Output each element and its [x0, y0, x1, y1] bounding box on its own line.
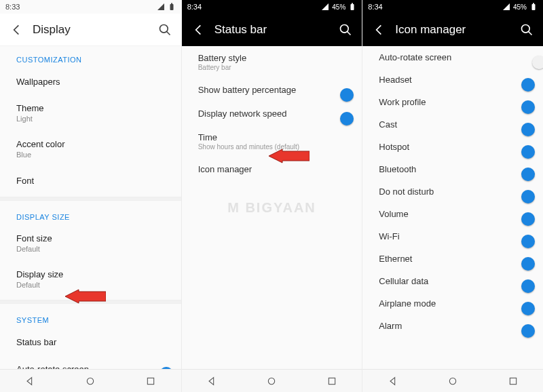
- status-time: 8:34: [368, 3, 382, 11]
- status-bar: 8:34 45%: [182, 0, 362, 14]
- svg-point-3: [88, 378, 94, 384]
- back-button[interactable]: [186, 18, 210, 42]
- row-label: Alarm: [379, 321, 402, 331]
- icon-toggle-row[interactable]: Wi-Fi: [362, 225, 543, 248]
- row-show-battery-pct[interactable]: Show battery percentage: [182, 78, 362, 102]
- row-label: Work profile: [379, 97, 426, 107]
- category-display-size: Display size: [0, 203, 181, 225]
- row-display-network-speed[interactable]: Display network speed: [182, 102, 362, 125]
- nav-back[interactable]: [182, 370, 242, 392]
- icon-toggle-row[interactable]: Auto-rotate screen: [362, 46, 543, 68]
- row-theme[interactable]: ThemeLight: [0, 95, 181, 131]
- svg-rect-9: [329, 378, 335, 384]
- row-label: Headset: [379, 75, 411, 85]
- row-label: Auto-rotate screen: [379, 52, 451, 62]
- row-label: Bluetooth: [379, 164, 416, 174]
- status-battery-pct: 45%: [513, 3, 527, 11]
- status-time: 8:34: [187, 3, 202, 11]
- search-button[interactable]: [333, 18, 358, 42]
- row-accent-color[interactable]: Accent colorBlue: [0, 131, 181, 167]
- svg-point-8: [269, 378, 275, 384]
- row-label: Hotspot: [379, 142, 409, 152]
- status-battery-pct: 45%: [332, 3, 345, 11]
- back-button[interactable]: [367, 18, 391, 42]
- back-button[interactable]: [4, 18, 29, 42]
- divider: [0, 197, 181, 201]
- svg-rect-11: [533, 3, 534, 5]
- svg-rect-1: [171, 3, 172, 5]
- svg-point-7: [341, 25, 349, 33]
- nav-back[interactable]: [362, 370, 423, 392]
- page-title: Status bar: [214, 23, 267, 37]
- row-label: Airplane mode: [379, 298, 436, 309]
- nav-recent[interactable]: [121, 370, 181, 392]
- nav-home[interactable]: [423, 370, 483, 392]
- row-font-size[interactable]: Font sizeDefault: [0, 225, 181, 261]
- page-title: Icon manager: [395, 23, 466, 37]
- search-button[interactable]: [514, 18, 539, 42]
- nav-recent[interactable]: [302, 370, 362, 392]
- row-auto-rotate[interactable]: Auto-rotate screen: [0, 355, 181, 369]
- icon-toggle-row[interactable]: Do not disturb: [362, 180, 543, 203]
- signal-icon: [502, 3, 510, 11]
- icon-toggle-row[interactable]: Airplane mode: [362, 292, 543, 315]
- battery-icon: [168, 3, 176, 11]
- svg-point-2: [160, 24, 168, 33]
- appbar: Display: [0, 14, 181, 46]
- svg-point-12: [521, 25, 529, 33]
- appbar: Icon manager: [362, 14, 543, 46]
- svg-rect-10: [531, 4, 535, 10]
- svg-rect-5: [351, 4, 354, 10]
- row-label: Cast: [379, 119, 397, 130]
- svg-rect-14: [510, 378, 516, 384]
- row-label: Do not disturb: [379, 187, 434, 197]
- icon-toggle-row[interactable]: Headset: [362, 68, 543, 91]
- signal-icon: [157, 3, 165, 11]
- icon-toggle-row[interactable]: Bluetooth: [362, 158, 543, 180]
- nav-back[interactable]: [0, 370, 60, 392]
- highlight-arrow-icon: [65, 289, 106, 307]
- svg-rect-4: [148, 378, 154, 384]
- row-status-bar[interactable]: Status bar: [0, 328, 181, 355]
- row-label: Volume: [379, 209, 408, 219]
- signal-icon: [321, 3, 329, 11]
- status-bar: 8:33: [0, 0, 181, 14]
- svg-rect-6: [352, 3, 353, 5]
- status-bar: 8:34 45%: [362, 0, 543, 14]
- watermark: M BIGYAAN: [227, 200, 316, 216]
- category-customization: Customization: [0, 46, 181, 68]
- status-time: 8:33: [5, 3, 20, 11]
- icon-toggle-row[interactable]: Cellular data: [362, 270, 543, 292]
- row-label: Wi-Fi: [379, 231, 399, 241]
- row-label: Cellular data: [379, 276, 428, 286]
- nav-bar: [182, 369, 362, 392]
- page-title: Display: [33, 23, 71, 37]
- search-button[interactable]: [153, 18, 177, 42]
- icon-toggle-row[interactable]: Ethernet: [362, 248, 543, 270]
- battery-icon: [348, 3, 356, 11]
- row-label: Ethernet: [379, 254, 412, 264]
- appbar: Status bar: [182, 14, 362, 46]
- icon-toggle-row[interactable]: Alarm: [362, 315, 543, 337]
- icon-toggle-row[interactable]: Volume: [362, 203, 543, 225]
- nav-home[interactable]: [242, 370, 302, 392]
- icon-toggle-row[interactable]: Hotspot: [362, 136, 543, 158]
- nav-recent[interactable]: [483, 370, 543, 392]
- highlight-arrow-icon: [269, 149, 310, 166]
- icon-toggle-row[interactable]: Cast: [362, 113, 543, 136]
- row-battery-style[interactable]: Battery styleBattery bar: [182, 46, 362, 78]
- row-font[interactable]: Font: [0, 167, 181, 194]
- svg-rect-0: [170, 4, 173, 10]
- nav-bar: [0, 369, 181, 392]
- nav-bar: [362, 369, 543, 392]
- category-system: System: [0, 307, 181, 328]
- icon-toggle-row[interactable]: Work profile: [362, 91, 543, 113]
- row-wallpapers[interactable]: Wallpapers: [0, 68, 181, 95]
- svg-point-13: [449, 378, 455, 384]
- nav-home[interactable]: [60, 370, 121, 392]
- battery-icon: [529, 3, 538, 11]
